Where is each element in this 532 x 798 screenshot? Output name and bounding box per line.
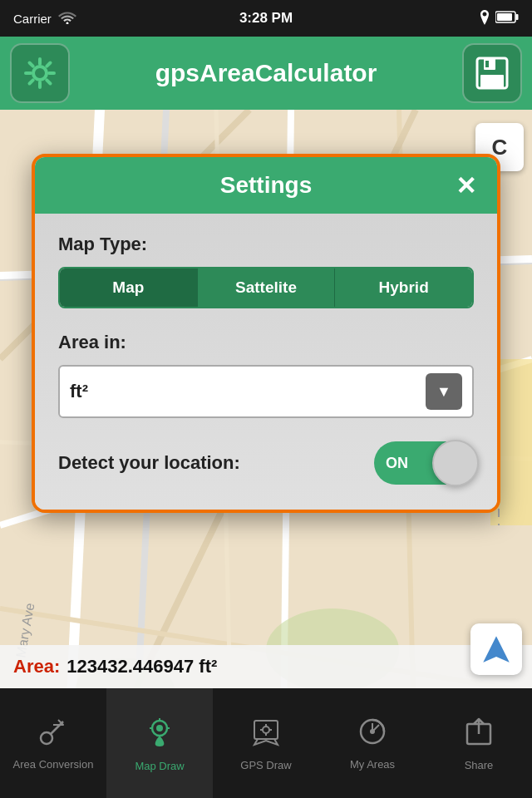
location-toggle[interactable]: ON <box>374 441 474 485</box>
navigation-arrow-button[interactable] <box>470 623 522 675</box>
settings-close-button[interactable]: ✕ <box>449 169 482 202</box>
svg-rect-1 <box>497 13 512 21</box>
tab-map-draw[interactable]: Map Draw <box>106 688 213 798</box>
svg-point-38 <box>41 732 52 744</box>
status-time: 3:28 PM <box>239 10 293 27</box>
tab-gps-draw-label: GPS Draw <box>240 759 291 771</box>
tab-bar: Area Conversion Map Draw <box>0 688 532 798</box>
svg-line-10 <box>47 63 50 66</box>
carrier-label: Carrier <box>13 12 52 26</box>
battery-icon <box>495 11 519 26</box>
area-value: 123432.446947 ft² <box>66 656 217 677</box>
detect-location-row: Detect your location: ON <box>58 441 474 485</box>
svg-point-3 <box>33 66 47 80</box>
area-conversion-icon <box>38 717 68 753</box>
area-display-bar: Area: 123432.446947 ft² <box>0 645 532 688</box>
svg-rect-2 <box>516 14 519 20</box>
gps-draw-icon <box>251 716 281 754</box>
area-label: Area: <box>13 656 60 677</box>
settings-title: Settings <box>220 172 312 199</box>
settings-header: Settings ✕ <box>35 157 497 214</box>
dropdown-arrow-icon: ▼ <box>426 373 462 410</box>
tab-my-areas-label: My Areas <box>350 758 395 771</box>
svg-point-47 <box>263 727 269 733</box>
svg-point-42 <box>156 725 163 732</box>
share-icon <box>464 716 494 754</box>
svg-rect-14 <box>480 75 504 88</box>
tab-my-areas[interactable]: My Areas <box>319 688 426 798</box>
tab-gps-draw[interactable]: GPS Draw <box>213 688 319 798</box>
settings-body: Map Type: Map Sattelite Hybrid Area in: … <box>35 214 497 510</box>
map-type-map-button[interactable]: Map <box>60 268 198 307</box>
tab-area-conversion-label: Area Conversion <box>13 758 94 771</box>
area-in-label: Area in: <box>58 332 474 353</box>
svg-marker-37 <box>481 634 511 664</box>
location-icon <box>479 10 490 27</box>
map-type-control: Map Sattelite Hybrid <box>58 267 474 308</box>
tab-share-label: Share <box>465 759 494 771</box>
status-bar: Carrier 3:28 PM <box>0 0 532 37</box>
my-areas-icon <box>357 717 387 753</box>
app-title: gpsAreaCalculator <box>155 59 377 87</box>
map-draw-icon <box>145 715 175 755</box>
svg-rect-15 <box>485 61 489 67</box>
svg-line-9 <box>47 80 50 83</box>
svg-rect-46 <box>254 721 278 739</box>
area-in-section: Area in: ft² ▼ <box>58 332 474 418</box>
tab-map-draw-label: Map Draw <box>135 760 184 772</box>
area-unit-dropdown[interactable]: ft² ▼ <box>58 365 474 418</box>
map-type-hybrid-button[interactable]: Hybrid <box>335 268 472 307</box>
area-unit-value: ft² <box>70 381 88 402</box>
settings-icon-button[interactable] <box>10 43 70 103</box>
toggle-thumb <box>432 440 479 486</box>
toggle-on-label: ON <box>386 455 408 472</box>
tab-share[interactable]: Share <box>426 688 532 798</box>
wifi-icon <box>58 11 76 27</box>
detect-location-label: Detect your location: <box>58 452 240 474</box>
tab-area-conversion[interactable]: Area Conversion <box>0 688 106 798</box>
svg-line-11 <box>30 80 33 83</box>
svg-line-54 <box>372 725 379 732</box>
map-type-label: Map Type: <box>58 234 474 255</box>
map-type-satellite-button[interactable]: Sattelite <box>198 268 336 307</box>
svg-line-8 <box>30 63 33 66</box>
settings-modal: Settings ✕ Map Type: Map Sattelite Hybri… <box>32 154 500 513</box>
app-header: gpsAreaCalculator <box>0 37 532 110</box>
save-button[interactable] <box>462 43 522 103</box>
